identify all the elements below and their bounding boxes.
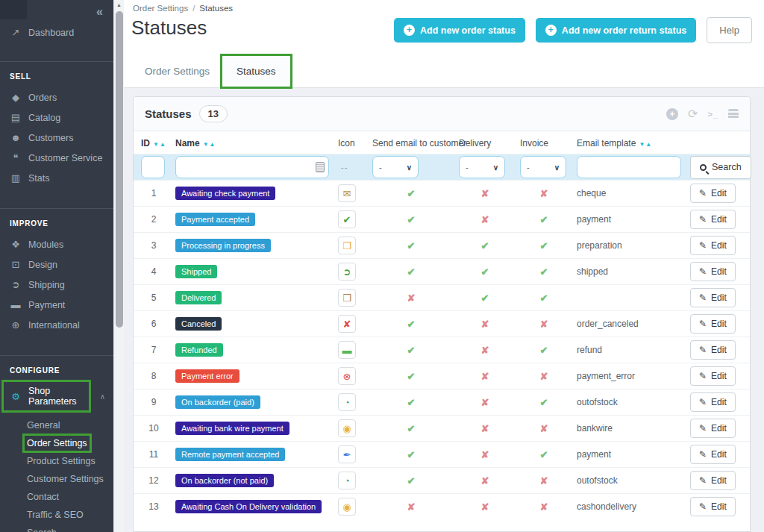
edit-label: Edit — [711, 188, 727, 198]
sort-arrows-icon[interactable]: ▼▲ — [203, 141, 216, 148]
sidebar-item-international[interactable]: ⊕International — [0, 315, 113, 335]
edit-button[interactable]: ✎Edit — [690, 288, 736, 307]
add-new-order-return-status-button[interactable]: +Add new order return status — [536, 18, 696, 43]
name-filter-input[interactable] — [175, 156, 329, 178]
search-button[interactable]: Search — [690, 156, 751, 179]
invoice-check-icon: ✔ — [540, 449, 548, 460]
clock-icon: ◔ — [338, 393, 356, 411]
breadcrumb-item[interactable]: Statuses — [199, 4, 233, 13]
edit-button[interactable]: ✎Edit — [690, 471, 736, 490]
scrollbar-thumb[interactable] — [116, 11, 123, 328]
id-filter-input[interactable] — [141, 156, 165, 178]
sidebar-subitem-label: General — [27, 420, 60, 431]
column-header-id[interactable]: ID▼▲ — [134, 131, 171, 154]
sidebar-subitem-search[interactable]: Search — [0, 525, 113, 532]
sort-arrows-icon[interactable]: ▼▲ — [639, 141, 652, 148]
tab-order-settings[interactable]: Order Settings — [131, 57, 223, 86]
sidebar-item-shipping[interactable]: ➲Shipping — [0, 275, 113, 295]
sidebar-item-design[interactable]: ⊡Design — [0, 254, 113, 275]
sidebar-item-customer-service[interactable]: ❝Customer Service — [0, 148, 113, 168]
pencil-icon: ✎ — [699, 423, 707, 434]
email-template: payment — [572, 442, 686, 468]
sidebar-subitem-customer-settings[interactable]: Customer Settings — [0, 472, 113, 487]
console-icon[interactable]: >_ — [707, 108, 718, 120]
email-template: payment_error — [572, 363, 686, 389]
column-header-name[interactable]: Name▼▲ — [171, 131, 334, 154]
sidebar: « ↗DashboardSELL◆Orders▤Catalog☻Customer… — [0, 0, 113, 532]
add-icon[interactable]: + — [666, 108, 678, 120]
collapse-sidebar-button[interactable]: « — [96, 5, 103, 19]
table-row: 8Payment error⊗✔✘✘payment_error✎Edit — [134, 363, 750, 389]
sidebar-item-modules[interactable]: ❖Modules — [0, 234, 113, 254]
edit-button[interactable]: ✎Edit — [690, 445, 736, 464]
add-new-order-status-button[interactable]: +Add new order status — [394, 18, 525, 43]
sidebar-subitem-traffic-seo[interactable]: Traffic & SEO — [0, 507, 113, 523]
sidebar-item-orders[interactable]: ◆Orders — [0, 87, 113, 107]
status-badge: Payment accepted — [175, 213, 255, 226]
scroll-up-icon[interactable]: ▲ — [114, 0, 124, 10]
sidebar-item-customers[interactable]: ☻Customers — [0, 128, 113, 148]
status-badge: On backorder (not paid) — [175, 474, 274, 487]
edit-button[interactable]: ✎Edit — [690, 419, 736, 438]
row-id: 8 — [134, 363, 171, 389]
edit-button[interactable]: ✎Edit — [690, 184, 736, 203]
check-icon: ✔ — [338, 210, 356, 228]
edit-button[interactable]: ✎Edit — [690, 497, 736, 516]
send-email-filter-select[interactable]: -∨ — [372, 156, 419, 178]
status-badge: Awaiting check payment — [175, 187, 275, 200]
delivery-cross-icon: ✘ — [481, 475, 489, 486]
sidebar-subitem-general[interactable]: General — [0, 418, 113, 434]
sidebar-item-dashboard[interactable]: ↗Dashboard — [0, 22, 113, 43]
coins-icon: ◉ — [338, 498, 356, 516]
sidebar-corner — [0, 0, 27, 19]
sidebar-subitem-label: Contact — [27, 492, 59, 502]
column-label: Email template — [577, 138, 636, 148]
pencil-icon: ✎ — [699, 345, 707, 355]
edit-button[interactable]: ✎Edit — [690, 236, 736, 255]
invoice-cross-icon: ✘ — [540, 501, 548, 513]
invoice-filter-select[interactable]: -∨ — [520, 156, 566, 178]
sidebar-item-catalog[interactable]: ▤Catalog — [0, 107, 113, 128]
pencil-icon: ✎ — [699, 501, 707, 512]
page-title: Statuses — [131, 16, 207, 40]
delivery-check-icon: ✔ — [481, 266, 489, 278]
page-header: Order Settings/Statuses Statuses +Add ne… — [124, 0, 764, 57]
breadcrumb-item[interactable]: Order Settings — [133, 4, 188, 13]
scrollbar[interactable]: ▲ — [113, 0, 124, 532]
breadcrumb: Order Settings/Statuses — [133, 4, 233, 13]
sidebar-item-stats[interactable]: ▥Stats — [0, 168, 113, 188]
email-template-filter-input[interactable] — [577, 156, 681, 178]
sidebar-subitem-product-settings[interactable]: Product Settings — [0, 454, 113, 469]
sidebar-subitem-order-settings[interactable]: Order Settings — [0, 436, 113, 451]
design-icon: ⊡ — [10, 259, 22, 270]
email-template: outofstock — [572, 468, 686, 494]
invoice-cross-icon: ✘ — [540, 371, 548, 382]
edit-label: Edit — [711, 214, 727, 225]
edit-button[interactable]: ✎Edit — [690, 314, 736, 334]
edit-button[interactable]: ✎Edit — [690, 210, 736, 229]
sidebar-item-label: Payment — [28, 300, 65, 310]
tab-statuses[interactable]: Statuses — [223, 57, 289, 86]
sql-icon[interactable] — [728, 109, 739, 119]
row-id: 6 — [134, 311, 171, 337]
send-email-check-icon: ✔ — [407, 240, 416, 251]
edit-button[interactable]: ✎Edit — [690, 366, 736, 386]
truck-icon: ➲ — [338, 263, 356, 281]
edit-button[interactable]: ✎Edit — [690, 262, 736, 281]
sidebar-item-payment[interactable]: ▬Payment — [0, 295, 113, 315]
edit-button[interactable]: ✎Edit — [690, 392, 736, 412]
edit-label: Edit — [711, 397, 727, 407]
sidebar-section-sell: SELL◆Orders▤Catalog☻Customers❝Customer S… — [0, 61, 113, 198]
sidebar-subitem-contact[interactable]: Contact — [0, 489, 113, 505]
sidebar-item-shop-parameters[interactable]: ⚙Shop Parameters∧ — [0, 381, 113, 411]
help-button[interactable]: Help — [707, 17, 752, 43]
edit-button[interactable]: ✎Edit — [690, 340, 736, 360]
column-label: Delivery — [459, 138, 491, 148]
delivery-filter-select[interactable]: -∨ — [459, 156, 505, 178]
row-id: 12 — [134, 468, 171, 494]
sidebar-item-label: Shipping — [28, 280, 65, 290]
modules-icon: ❖ — [10, 239, 22, 250]
sort-arrows-icon[interactable]: ▼▲ — [153, 141, 166, 148]
column-header-email-template[interactable]: Email template▼▲ — [572, 131, 686, 154]
refresh-icon[interactable]: ⟳ — [688, 108, 698, 120]
